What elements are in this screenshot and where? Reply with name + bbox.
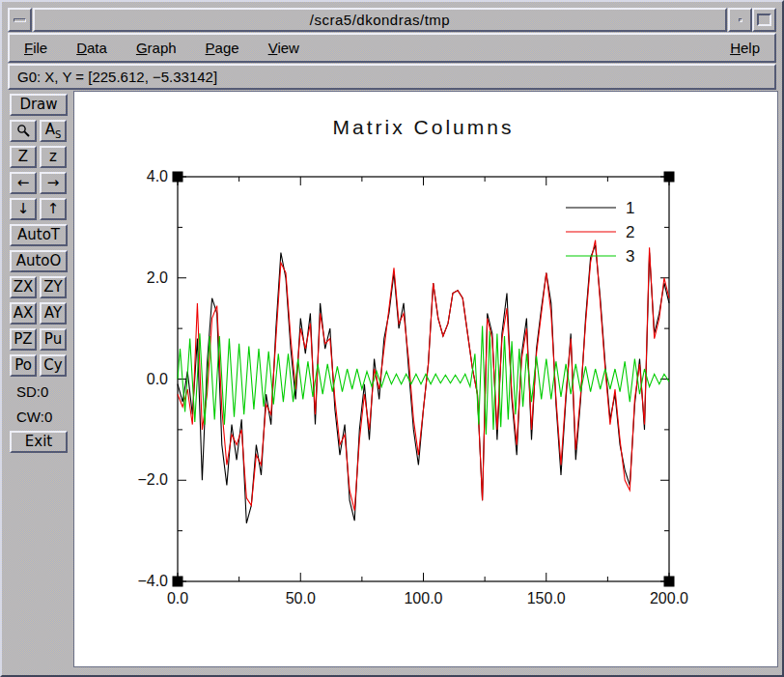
autoscale-text-button[interactable]: AS xyxy=(40,120,67,142)
x-tick-label: 200.0 xyxy=(650,590,688,606)
window-menu-button[interactable] xyxy=(8,8,32,32)
window-title: /scra5/dkondras/tmp xyxy=(33,8,727,32)
autoo-button[interactable]: AutoO xyxy=(10,250,68,272)
status-bar: G0: X, Y = [225.612, −5.33142] xyxy=(8,64,776,90)
cycle-world-label: CW:0 xyxy=(10,406,71,428)
stack-depth-label: SD:0 xyxy=(10,381,71,403)
autoscale-text-label: AS xyxy=(45,123,62,140)
cy-button[interactable]: Cy xyxy=(40,354,67,377)
chart-title: Matrix Columns xyxy=(333,116,515,138)
magnifier-icon xyxy=(16,124,31,138)
y-tick-label: 4.0 xyxy=(147,168,168,184)
x-tick-label: 0.0 xyxy=(167,590,188,606)
main-area: Draw AS Z z ← → xyxy=(8,91,776,667)
tool-palette: Draw AS Z z ← → xyxy=(8,91,73,667)
legend-label-1: 1 xyxy=(626,199,634,217)
zoom-button[interactable] xyxy=(10,120,37,142)
iconify-dot-icon xyxy=(739,18,742,22)
menu-help[interactable]: Help xyxy=(727,38,763,58)
corner-handle[interactable] xyxy=(664,172,675,183)
x-tick-label: 50.0 xyxy=(286,590,316,606)
zy-button[interactable]: ZY xyxy=(40,276,67,298)
exit-button[interactable]: Exit xyxy=(10,431,68,453)
menu-file[interactable]: File xyxy=(21,38,50,58)
corner-handle[interactable] xyxy=(664,577,675,587)
ay-button[interactable]: AY xyxy=(40,302,67,324)
y-tick-label: −4.0 xyxy=(137,573,168,589)
corner-handle[interactable] xyxy=(173,172,183,183)
po-button[interactable]: Po xyxy=(10,354,37,377)
menu-bar: File Data Graph Page View Help xyxy=(8,33,776,63)
pan-up-button[interactable]: ↑ xyxy=(40,198,67,220)
plot-canvas[interactable]: Matrix Columns0.050.0100.0150.0200.0−4.0… xyxy=(73,91,778,667)
window-menu-dash-icon xyxy=(14,18,26,22)
app-window: /scra5/dkondras/tmp File Data Graph Page… xyxy=(0,0,784,677)
locator-readout: G0: X, Y = [225.612, −5.33142] xyxy=(17,69,217,85)
maximize-square-icon xyxy=(757,14,771,26)
zx-button[interactable]: ZX xyxy=(10,276,37,298)
legend-label-3: 3 xyxy=(626,247,634,266)
pan-left-button[interactable]: ← xyxy=(10,172,37,194)
y-tick-label: 2.0 xyxy=(147,269,168,286)
menu-view[interactable]: View xyxy=(266,38,302,58)
corner-handle[interactable] xyxy=(173,577,183,587)
series-3-line xyxy=(178,326,669,436)
autot-button[interactable]: AutoT xyxy=(10,224,68,246)
pu-button[interactable]: Pu xyxy=(40,328,67,351)
menu-data[interactable]: Data xyxy=(73,38,110,58)
y-tick-label: −2.0 xyxy=(137,471,168,488)
x-tick-label: 100.0 xyxy=(404,590,442,606)
pz-button[interactable]: PZ xyxy=(10,328,37,351)
legend-label-2: 2 xyxy=(626,223,634,241)
x-tick-label: 150.0 xyxy=(527,590,566,606)
pan-down-button[interactable]: ↓ xyxy=(10,198,37,220)
menu-page[interactable]: Page xyxy=(203,38,242,58)
maximize-button[interactable] xyxy=(752,8,776,32)
chart[interactable]: Matrix Columns0.050.0100.0150.0200.0−4.0… xyxy=(74,92,777,664)
zoom-in-button[interactable]: z xyxy=(40,146,67,168)
title-bar: /scra5/dkondras/tmp xyxy=(8,8,776,32)
menu-graph[interactable]: Graph xyxy=(133,38,180,58)
pan-right-button[interactable]: → xyxy=(40,172,67,194)
ax-button[interactable]: AX xyxy=(10,302,37,324)
y-tick-label: 0.0 xyxy=(147,371,168,387)
draw-button[interactable]: Draw xyxy=(10,94,68,116)
zoom-out-button[interactable]: Z xyxy=(10,146,37,168)
iconify-button[interactable] xyxy=(728,8,752,32)
